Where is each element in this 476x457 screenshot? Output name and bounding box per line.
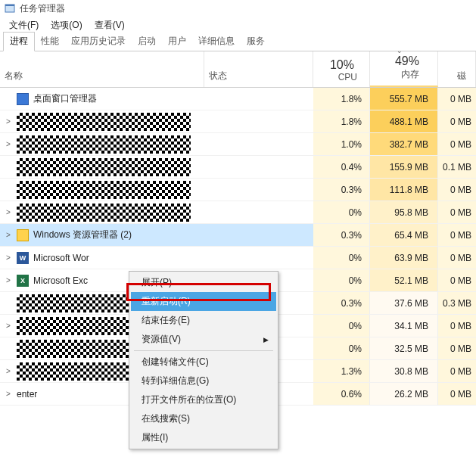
memory-usage-total: 49% bbox=[370, 54, 428, 68]
process-cpu-cell: 1.8% bbox=[313, 110, 370, 132]
process-cpu-cell: 1.8% bbox=[313, 88, 370, 110]
tab-startup[interactable]: 启动 bbox=[132, 33, 162, 51]
column-label-status: 状态 bbox=[204, 70, 313, 82]
menu-view[interactable]: 查看(V) bbox=[89, 17, 131, 33]
process-disk-cell: 0 MB bbox=[438, 179, 476, 201]
process-disk-cell: 0 MB bbox=[438, 315, 476, 337]
process-row[interactable]: 0.3%111.8 MB0 MB bbox=[0, 179, 476, 201]
process-name: enter bbox=[17, 389, 37, 399]
tab-services[interactable]: 服务 bbox=[241, 33, 271, 51]
process-memory-cell: 65.4 MB bbox=[370, 224, 438, 246]
process-status-cell bbox=[204, 201, 313, 223]
context-menu-go-details[interactable]: 转到详细信息(G) bbox=[131, 372, 276, 390]
context-menu-search-online[interactable]: 在线搜索(S) bbox=[131, 409, 276, 428]
process-name: Windows 资源管理器 (2) bbox=[33, 228, 132, 241]
process-status-cell bbox=[204, 110, 313, 132]
process-memory-cell: 111.8 MB bbox=[370, 179, 438, 201]
process-memory-cell: 155.9 MB bbox=[370, 156, 438, 178]
process-name-cell: 桌面窗口管理器 bbox=[0, 88, 204, 110]
process-disk-cell: 0 MB bbox=[438, 383, 476, 405]
process-memory-cell: 34.1 MB bbox=[370, 315, 438, 337]
expander-icon[interactable]: > bbox=[5, 276, 12, 284]
column-label-cpu: CPU bbox=[313, 72, 362, 82]
expander-icon[interactable]: > bbox=[5, 140, 12, 148]
column-header-status[interactable]: 状态 bbox=[204, 51, 313, 87]
window-title: 任务管理器 bbox=[20, 2, 65, 15]
process-memory-cell: 32.5 MB bbox=[370, 337, 438, 359]
column-header-cpu[interactable]: 10% CPU bbox=[313, 51, 370, 87]
column-header-memory[interactable]: ⌄ 49% 内存 bbox=[370, 51, 438, 87]
expander-icon[interactable]: > bbox=[5, 367, 12, 375]
column-header-disk[interactable]: 磁 bbox=[438, 51, 476, 87]
window-icon bbox=[17, 93, 29, 105]
expander-icon[interactable]: > bbox=[5, 322, 12, 330]
process-status-cell bbox=[204, 133, 313, 155]
process-disk-cell: 0 MB bbox=[438, 360, 476, 382]
context-menu-resource-values-label: 资源值(V) bbox=[142, 333, 181, 346]
expander-icon[interactable]: > bbox=[5, 208, 12, 216]
column-header-name[interactable]: 名称 bbox=[0, 51, 204, 87]
process-cpu-cell: 0% bbox=[313, 315, 370, 337]
tab-app-history[interactable]: 应用历史记录 bbox=[65, 33, 132, 51]
process-row[interactable]: >0%95.8 MB0 MB bbox=[0, 201, 476, 224]
process-memory-cell: 26.2 MB bbox=[370, 383, 438, 405]
process-disk-cell: 0 MB bbox=[438, 110, 476, 132]
context-menu-restart[interactable]: 重新启动(R) bbox=[131, 292, 276, 311]
process-name-cell: > bbox=[0, 201, 204, 223]
context-menu: 展开(P) 重新启动(R) 结束任务(E) 资源值(V) ▶ 创建转储文件(C)… bbox=[129, 271, 278, 449]
process-name: 桌面窗口管理器 bbox=[33, 92, 97, 105]
redacted-block bbox=[17, 135, 191, 154]
folder-icon bbox=[17, 229, 29, 241]
process-status-cell bbox=[204, 179, 313, 201]
context-menu-create-dump[interactable]: 创建转储文件(C) bbox=[131, 353, 276, 372]
process-cpu-cell: 0.3% bbox=[313, 179, 370, 201]
column-label-memory: 内存 bbox=[370, 68, 428, 81]
process-cpu-cell: 0% bbox=[313, 269, 370, 291]
word-icon: W bbox=[17, 252, 29, 264]
context-menu-properties[interactable]: 属性(I) bbox=[131, 428, 276, 447]
process-disk-cell: 0 MB bbox=[438, 337, 476, 359]
context-menu-open-location[interactable]: 打开文件所在的位置(O) bbox=[131, 390, 276, 409]
process-name: Microsoft Wor bbox=[33, 253, 89, 263]
process-memory-cell: 488.1 MB bbox=[370, 110, 438, 132]
process-row[interactable]: >WMicrosoft Wor0%63.9 MB0 MB bbox=[0, 247, 476, 269]
context-menu-resource-values[interactable]: 资源值(V) ▶ bbox=[131, 330, 276, 349]
context-menu-end-task[interactable]: 结束任务(E) bbox=[131, 311, 276, 330]
process-memory-cell: 95.8 MB bbox=[370, 201, 438, 223]
tab-users[interactable]: 用户 bbox=[162, 33, 192, 51]
process-name-cell bbox=[0, 156, 204, 178]
process-name: Microsoft Exc bbox=[33, 275, 88, 286]
process-disk-cell: 0.3 MB bbox=[438, 292, 476, 314]
process-cpu-cell: 1.3% bbox=[313, 360, 370, 382]
tab-processes[interactable]: 进程 bbox=[3, 32, 35, 51]
menu-options[interactable]: 选项(O) bbox=[45, 17, 88, 33]
process-cpu-cell: 0% bbox=[313, 337, 370, 359]
submenu-arrow-icon: ▶ bbox=[263, 336, 269, 344]
menu-file[interactable]: 文件(F) bbox=[3, 17, 45, 33]
process-name-cell: > bbox=[0, 110, 204, 132]
tab-details[interactable]: 详细信息 bbox=[192, 33, 241, 51]
process-disk-cell: 0 MB bbox=[438, 201, 476, 223]
redacted-block bbox=[17, 204, 191, 222]
expander-icon[interactable]: > bbox=[5, 117, 12, 126]
process-status-cell bbox=[204, 156, 313, 178]
process-row[interactable]: >1.0%382.7 MB0 MB bbox=[0, 133, 476, 156]
process-row[interactable]: 桌面窗口管理器1.8%555.7 MB0 MB bbox=[0, 88, 476, 110]
context-menu-expand[interactable]: 展开(P) bbox=[131, 273, 276, 292]
expander-icon[interactable]: > bbox=[5, 231, 12, 239]
expander-icon[interactable]: > bbox=[5, 390, 12, 398]
tab-performance[interactable]: 性能 bbox=[35, 33, 65, 51]
process-row[interactable]: >1.8%488.1 MB0 MB bbox=[0, 110, 476, 133]
process-status-cell bbox=[204, 247, 313, 269]
process-status-cell bbox=[204, 88, 313, 110]
title-bar: 任务管理器 bbox=[0, 0, 476, 17]
sort-indicator-icon: ⌄ bbox=[370, 47, 428, 54]
column-label-name: 名称 bbox=[0, 70, 204, 82]
process-row[interactable]: 0.4%155.9 MB0.1 MB bbox=[0, 156, 476, 179]
process-memory-cell: 37.6 MB bbox=[370, 292, 438, 314]
expander-icon[interactable]: > bbox=[5, 253, 12, 262]
menu-bar: 文件(F) 选项(O) 查看(V) bbox=[0, 17, 476, 33]
process-cpu-cell: 0.4% bbox=[313, 156, 370, 178]
process-cpu-cell: 0.6% bbox=[313, 383, 370, 405]
process-row[interactable]: >Windows 资源管理器 (2)0.3%65.4 MB0 MB bbox=[0, 224, 476, 247]
